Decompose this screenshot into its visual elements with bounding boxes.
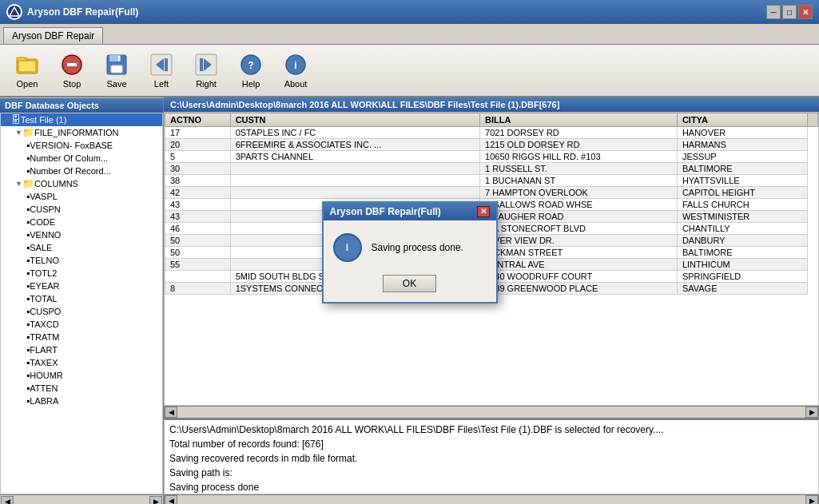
modal-footer: OK [324, 272, 496, 302]
modal-info-icon: i [333, 233, 362, 262]
modal-message: Saving process done. [372, 242, 463, 253]
modal-dialog: Aryson DBF Repair(Full) ✕ i Saving proce… [322, 201, 498, 304]
modal-title-bar: Aryson DBF Repair(Full) ✕ [324, 203, 496, 220]
modal-overlay: Aryson DBF Repair(Full) ✕ i Saving proce… [0, 0, 819, 504]
modal-close-button[interactable]: ✕ [477, 206, 490, 217]
modal-body: i Saving process done. [324, 220, 496, 272]
modal-title: Aryson DBF Repair(Full) [330, 206, 441, 217]
modal-ok-button[interactable]: OK [383, 275, 436, 292]
